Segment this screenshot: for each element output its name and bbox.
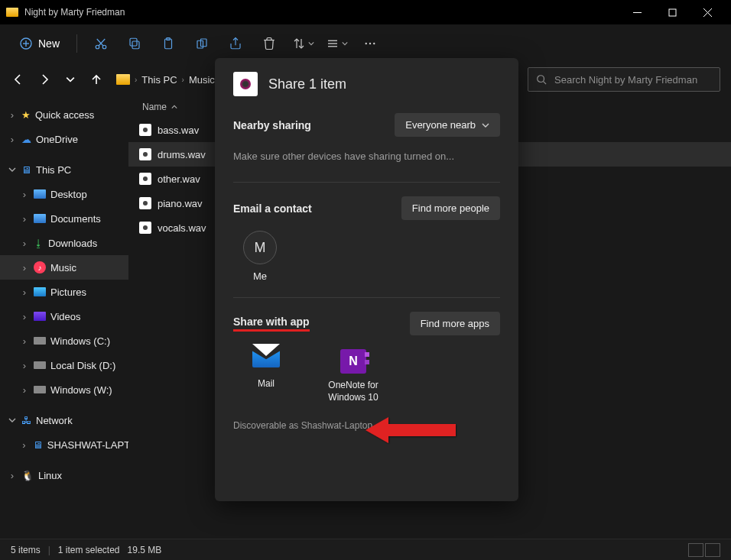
sidebar-item-quick-access[interactable]: › ★ Quick access (0, 102, 128, 127)
app-mail[interactable]: Mail (233, 349, 299, 403)
sidebar-item-drive-d[interactable]: ›Local Disk (D:) (0, 353, 128, 377)
sidebar-label: Linux (38, 470, 62, 481)
share-title: Share 1 item (268, 76, 346, 92)
sidebar-label: This PC (36, 164, 71, 176)
audio-file-icon (139, 173, 151, 185)
find-people-button[interactable]: Find more people (401, 196, 500, 220)
nearby-dropdown[interactable]: Everyone nearb (395, 113, 500, 137)
maximize-button[interactable] (655, 0, 690, 24)
share-thumbnail (233, 72, 258, 96)
delete-button[interactable] (255, 30, 284, 57)
sidebar-label: Pictures (50, 286, 86, 298)
svg-rect-16 (201, 39, 207, 47)
divider (233, 182, 500, 183)
annotation-arrow (366, 413, 457, 448)
status-size: 19.5 MB (128, 545, 162, 555)
app-onenote[interactable]: N OneNote for Windows 10 (320, 349, 386, 403)
titlebar: Night by Marty Friedman (0, 0, 731, 24)
sidebar-item-network-pc[interactable]: ›🖥SHASHWAT-LAPTO (0, 432, 128, 457)
view-thumbnails-button[interactable] (705, 543, 720, 557)
avatar: M (243, 231, 277, 264)
share-header: Share 1 item (233, 72, 500, 96)
svg-rect-11 (132, 41, 139, 49)
new-button[interactable]: New (12, 33, 67, 54)
rename-button[interactable] (187, 30, 216, 57)
sidebar-item-network[interactable]: 🖧 Network (0, 408, 128, 432)
minimize-button[interactable] (619, 0, 655, 24)
audio-file-icon (139, 148, 151, 160)
view-details-button[interactable] (688, 543, 703, 557)
pictures-icon (34, 287, 46, 296)
sidebar-label: Windows (W:) (50, 384, 112, 396)
sidebar-label: Windows (C:) (50, 335, 110, 347)
recent-button[interactable] (63, 72, 78, 87)
svg-rect-12 (130, 38, 137, 46)
status-item-count: 5 items (11, 545, 41, 555)
email-section: Email a contact Find more people M Me (233, 196, 500, 282)
sidebar-item-drive-w[interactable]: ›Windows (W:) (0, 377, 128, 402)
find-apps-button[interactable]: Find more apps (410, 312, 500, 335)
sidebar-label: Videos (50, 311, 81, 322)
view-buttons (688, 543, 720, 557)
sidebar-item-videos[interactable]: ›Videos (0, 304, 128, 329)
window-controls (619, 0, 725, 24)
pc-icon: 🖥 (33, 439, 43, 451)
cloud-icon: ☁ (21, 134, 31, 145)
status-bar: 5 items | 1 item selected 19.5 MB (0, 539, 731, 560)
copy-button[interactable] (120, 30, 149, 57)
audio-file-icon (139, 222, 151, 234)
breadcrumb-music[interactable]: Music (189, 74, 215, 86)
svg-marker-28 (366, 417, 456, 443)
sidebar-item-pictures[interactable]: ›Pictures (0, 280, 128, 304)
contact-name: Me (253, 270, 267, 282)
sidebar-item-desktop[interactable]: ›Desktop (0, 182, 128, 206)
svg-point-26 (538, 76, 544, 83)
nearby-label: Nearby sharing (233, 119, 311, 131)
search-input[interactable]: Search Night by Marty Friedman (528, 67, 720, 92)
breadcrumb[interactable]: › This PC › Music (116, 74, 215, 86)
view-button[interactable] (322, 30, 351, 57)
back-button[interactable] (11, 72, 26, 87)
sort-button[interactable] (288, 30, 317, 57)
sidebar-label: Network (36, 415, 73, 426)
chevron-down-icon[interactable] (8, 165, 17, 174)
share-app-label: Share with app (233, 316, 310, 332)
audio-file-icon (139, 124, 151, 136)
search-icon (536, 74, 547, 85)
linux-icon: 🐧 (21, 470, 34, 481)
contact-me[interactable]: M Me (233, 231, 287, 282)
search-placeholder: Search Night by Marty Friedman (554, 74, 697, 86)
chevron-right-icon[interactable]: › (8, 110, 17, 119)
folder-icon (116, 74, 130, 85)
sidebar-item-onedrive[interactable]: › ☁ OneDrive (0, 127, 128, 151)
pc-icon: 🖥 (21, 164, 31, 176)
more-button[interactable] (356, 30, 385, 57)
svg-point-23 (366, 43, 367, 44)
breadcrumb-this-pc[interactable]: This PC (141, 74, 177, 86)
sidebar-item-linux[interactable]: ›🐧Linux (0, 463, 128, 487)
chevron-right-icon: › (135, 76, 137, 84)
videos-icon (34, 312, 46, 321)
sidebar-label: OneDrive (36, 134, 78, 145)
forward-button[interactable] (37, 72, 52, 87)
sidebar-item-this-pc[interactable]: 🖥 This PC (0, 157, 128, 182)
drive-icon (34, 361, 46, 369)
chevron-right-icon: › (182, 76, 184, 84)
up-button[interactable] (89, 72, 104, 87)
chevron-right-icon[interactable]: › (8, 134, 17, 144)
folder-icon (6, 8, 18, 17)
share-button[interactable] (221, 30, 250, 57)
sidebar-label: Music (50, 262, 76, 274)
sidebar-item-music[interactable]: ›♪Music (0, 255, 128, 280)
onenote-icon: N (340, 349, 366, 374)
close-button[interactable] (690, 0, 725, 24)
paste-button[interactable] (154, 30, 183, 57)
svg-point-25 (373, 43, 375, 44)
sidebar-item-documents[interactable]: ›Documents (0, 206, 128, 231)
cut-button[interactable] (86, 30, 115, 57)
chevron-down-icon[interactable] (8, 416, 17, 425)
svg-rect-15 (197, 40, 203, 48)
sidebar-item-drive-c[interactable]: ›Windows (C:) (0, 329, 128, 353)
sidebar-item-downloads[interactable]: ›⭳Downloads (0, 231, 128, 255)
svg-line-27 (544, 82, 547, 85)
